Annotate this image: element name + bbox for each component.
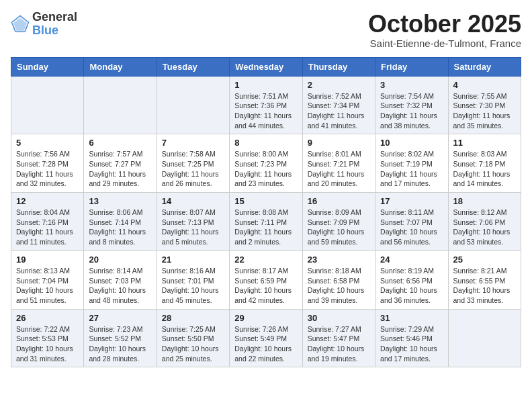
calendar-cell: 9Sunrise: 8:01 AM Sunset: 7:21 PM Daylig…: [302, 134, 375, 193]
cell-details: Sunrise: 8:06 AM Sunset: 7:14 PM Dayligh…: [89, 208, 151, 247]
date-number: 18: [453, 196, 516, 206]
calendar-cell: 4Sunrise: 7:55 AM Sunset: 7:30 PM Daylig…: [448, 76, 521, 134]
date-number: 27: [89, 313, 151, 323]
day-header-sunday: Sunday: [11, 57, 84, 76]
week-row-2: 5Sunrise: 7:56 AM Sunset: 7:28 PM Daylig…: [11, 134, 521, 193]
day-header-monday: Monday: [84, 57, 157, 76]
cell-details: Sunrise: 8:08 AM Sunset: 7:11 PM Dayligh…: [234, 208, 297, 247]
date-number: 31: [380, 313, 443, 323]
calendar-cell: 15Sunrise: 8:08 AM Sunset: 7:11 PM Dayli…: [230, 193, 302, 251]
date-number: 5: [16, 138, 79, 148]
date-number: 29: [234, 313, 297, 323]
date-number: 10: [380, 138, 443, 148]
calendar-cell: 17Sunrise: 8:11 AM Sunset: 7:07 PM Dayli…: [375, 193, 448, 251]
cell-details: Sunrise: 8:14 AM Sunset: 7:03 PM Dayligh…: [89, 266, 151, 306]
cell-details: Sunrise: 7:26 AM Sunset: 5:49 PM Dayligh…: [234, 324, 297, 364]
date-number: 7: [162, 138, 224, 148]
date-number: 13: [89, 196, 151, 206]
page-header: General Blue October 2025 Saint-Etienne-…: [11, 11, 521, 49]
logo-icon: [11, 15, 30, 34]
calendar-cell: [84, 76, 157, 134]
calendar-cell: 8Sunrise: 8:00 AM Sunset: 7:23 PM Daylig…: [230, 134, 302, 193]
cell-details: Sunrise: 8:16 AM Sunset: 7:01 PM Dayligh…: [162, 266, 224, 306]
cell-details: Sunrise: 7:51 AM Sunset: 7:36 PM Dayligh…: [234, 91, 297, 131]
date-number: 11: [453, 138, 516, 148]
calendar-cell: 10Sunrise: 8:02 AM Sunset: 7:19 PM Dayli…: [375, 134, 448, 193]
calendar-cell: 11Sunrise: 8:03 AM Sunset: 7:18 PM Dayli…: [448, 134, 521, 193]
calendar-cell: 24Sunrise: 8:19 AM Sunset: 6:56 PM Dayli…: [375, 250, 448, 309]
calendar-cell: 23Sunrise: 8:18 AM Sunset: 6:58 PM Dayli…: [302, 250, 375, 309]
calendar-cell: 19Sunrise: 8:13 AM Sunset: 7:04 PM Dayli…: [11, 250, 84, 309]
day-header-friday: Friday: [375, 57, 448, 76]
date-number: 15: [234, 196, 297, 206]
day-header-row: SundayMondayTuesdayWednesdayThursdayFrid…: [11, 57, 521, 76]
calendar-cell: 27Sunrise: 7:23 AM Sunset: 5:52 PM Dayli…: [84, 309, 157, 367]
cell-details: Sunrise: 8:07 AM Sunset: 7:13 PM Dayligh…: [162, 208, 224, 247]
week-row-3: 12Sunrise: 8:04 AM Sunset: 7:16 PM Dayli…: [11, 193, 521, 251]
calendar-cell: [157, 76, 229, 134]
logo-general: General: [32, 10, 77, 24]
week-row-1: 1Sunrise: 7:51 AM Sunset: 7:36 PM Daylig…: [11, 76, 521, 134]
cell-details: Sunrise: 8:13 AM Sunset: 7:04 PM Dayligh…: [16, 266, 79, 306]
calendar-cell: [448, 309, 521, 367]
calendar-cell: 28Sunrise: 7:25 AM Sunset: 5:50 PM Dayli…: [157, 309, 229, 367]
date-number: 22: [234, 255, 297, 265]
logo-text: General Blue: [32, 11, 77, 38]
cell-details: Sunrise: 7:55 AM Sunset: 7:30 PM Dayligh…: [453, 91, 516, 131]
day-header-thursday: Thursday: [302, 57, 375, 76]
cell-details: Sunrise: 7:52 AM Sunset: 7:34 PM Dayligh…: [308, 91, 370, 131]
title-block: October 2025 Saint-Etienne-de-Tulmont, F…: [368, 11, 521, 49]
calendar-cell: 5Sunrise: 7:56 AM Sunset: 7:28 PM Daylig…: [11, 134, 84, 193]
cell-details: Sunrise: 8:09 AM Sunset: 7:09 PM Dayligh…: [308, 208, 370, 247]
cell-details: Sunrise: 7:23 AM Sunset: 5:52 PM Dayligh…: [89, 324, 151, 364]
date-number: 26: [16, 313, 79, 323]
calendar-cell: 21Sunrise: 8:16 AM Sunset: 7:01 PM Dayli…: [157, 250, 229, 309]
logo-blue: Blue: [32, 24, 58, 37]
cell-details: Sunrise: 8:11 AM Sunset: 7:07 PM Dayligh…: [380, 208, 443, 247]
date-number: 1: [234, 80, 297, 90]
cell-details: Sunrise: 8:12 AM Sunset: 7:06 PM Dayligh…: [453, 208, 516, 247]
day-header-tuesday: Tuesday: [157, 57, 229, 76]
logo: General Blue: [11, 11, 77, 38]
cell-details: Sunrise: 7:29 AM Sunset: 5:46 PM Dayligh…: [380, 324, 443, 364]
date-number: 3: [380, 80, 443, 90]
cell-details: Sunrise: 8:19 AM Sunset: 6:56 PM Dayligh…: [380, 266, 443, 306]
day-header-wednesday: Wednesday: [230, 57, 302, 76]
calendar-cell: 13Sunrise: 8:06 AM Sunset: 7:14 PM Dayli…: [84, 193, 157, 251]
cell-details: Sunrise: 7:27 AM Sunset: 5:47 PM Dayligh…: [308, 324, 370, 364]
cell-details: Sunrise: 7:56 AM Sunset: 7:28 PM Dayligh…: [16, 149, 79, 189]
week-row-4: 19Sunrise: 8:13 AM Sunset: 7:04 PM Dayli…: [11, 250, 521, 309]
date-number: 2: [308, 80, 370, 90]
calendar-cell: 18Sunrise: 8:12 AM Sunset: 7:06 PM Dayli…: [448, 193, 521, 251]
cell-details: Sunrise: 8:04 AM Sunset: 7:16 PM Dayligh…: [16, 208, 79, 247]
calendar-cell: 2Sunrise: 7:52 AM Sunset: 7:34 PM Daylig…: [302, 76, 375, 134]
date-number: 21: [162, 255, 224, 265]
date-number: 20: [89, 255, 151, 265]
calendar-cell: 14Sunrise: 8:07 AM Sunset: 7:13 PM Dayli…: [157, 193, 229, 251]
date-number: 8: [234, 138, 297, 148]
location-text: Saint-Etienne-de-Tulmont, France: [368, 38, 521, 49]
date-number: 17: [380, 196, 443, 206]
date-number: 24: [380, 255, 443, 265]
cell-details: Sunrise: 8:18 AM Sunset: 6:58 PM Dayligh…: [308, 266, 370, 306]
date-number: 28: [162, 313, 224, 323]
calendar-cell: 7Sunrise: 7:58 AM Sunset: 7:25 PM Daylig…: [157, 134, 229, 193]
date-number: 30: [308, 313, 370, 323]
calendar-cell: 30Sunrise: 7:27 AM Sunset: 5:47 PM Dayli…: [302, 309, 375, 367]
cell-details: Sunrise: 7:57 AM Sunset: 7:27 PM Dayligh…: [89, 149, 151, 189]
cell-details: Sunrise: 8:03 AM Sunset: 7:18 PM Dayligh…: [453, 149, 516, 189]
calendar-cell: 12Sunrise: 8:04 AM Sunset: 7:16 PM Dayli…: [11, 193, 84, 251]
calendar-cell: 31Sunrise: 7:29 AM Sunset: 5:46 PM Dayli…: [375, 309, 448, 367]
day-header-saturday: Saturday: [448, 57, 521, 76]
calendar-cell: 3Sunrise: 7:54 AM Sunset: 7:32 PM Daylig…: [375, 76, 448, 134]
date-number: 23: [308, 255, 370, 265]
date-number: 9: [308, 138, 370, 148]
cell-details: Sunrise: 8:17 AM Sunset: 6:59 PM Dayligh…: [234, 266, 297, 306]
week-row-5: 26Sunrise: 7:22 AM Sunset: 5:53 PM Dayli…: [11, 309, 521, 367]
calendar-cell: 25Sunrise: 8:21 AM Sunset: 6:55 PM Dayli…: [448, 250, 521, 309]
cell-details: Sunrise: 8:01 AM Sunset: 7:21 PM Dayligh…: [308, 149, 370, 189]
date-number: 12: [16, 196, 79, 206]
cell-details: Sunrise: 7:22 AM Sunset: 5:53 PM Dayligh…: [16, 324, 79, 364]
date-number: 14: [162, 196, 224, 206]
calendar-table: SundayMondayTuesdayWednesdayThursdayFrid…: [11, 57, 521, 368]
